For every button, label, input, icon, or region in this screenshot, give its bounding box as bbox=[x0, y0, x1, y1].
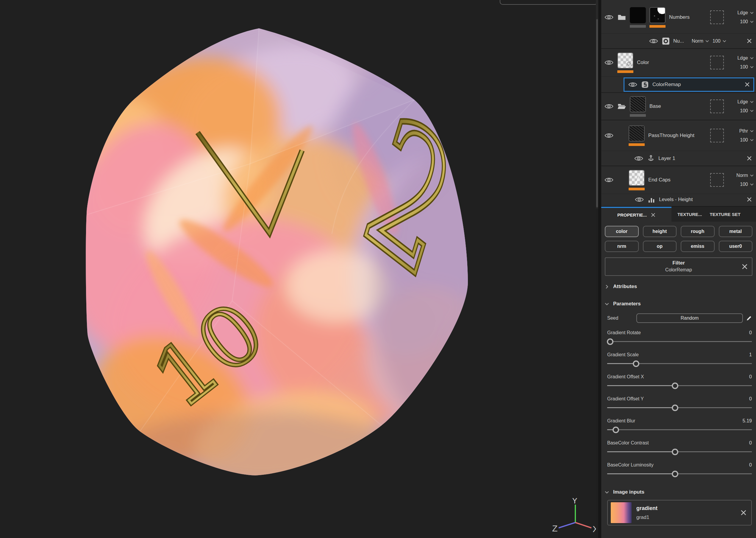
blend-mode-dropdown[interactable]: Norm bbox=[736, 173, 754, 178]
levels-sub-row[interactable]: Levels - Height bbox=[601, 193, 756, 205]
layer-row-numbers[interactable]: Numbers Ldge 100 bbox=[601, 0, 756, 33]
slider-knob[interactable] bbox=[672, 449, 678, 455]
layer-thumbnail[interactable] bbox=[629, 126, 645, 141]
mask-sub-row[interactable]: Nu... Norm 100 bbox=[601, 33, 756, 48]
chevron-down-icon bbox=[723, 40, 726, 42]
layer-thumbnail[interactable] bbox=[617, 52, 634, 69]
visibility-icon[interactable] bbox=[634, 155, 643, 162]
layer-row-color[interactable]: Color Ldge 100 bbox=[601, 48, 756, 76]
channel-height-button[interactable]: height bbox=[643, 226, 677, 237]
channel-nrm-button[interactable]: nrm bbox=[605, 241, 639, 252]
close-icon[interactable] bbox=[740, 510, 746, 516]
mask-name[interactable]: Nu... bbox=[673, 38, 684, 44]
slider-knob[interactable] bbox=[672, 383, 678, 389]
filter-name[interactable]: ColorRemap bbox=[652, 81, 681, 87]
close-icon[interactable] bbox=[745, 82, 750, 87]
layers-scrollbar[interactable] bbox=[596, 0, 598, 208]
edit-pencil-icon[interactable] bbox=[746, 315, 752, 321]
channel-rough-button[interactable]: rough bbox=[681, 226, 715, 237]
seed-random-button[interactable]: Random bbox=[637, 313, 743, 323]
effect-name[interactable]: Levels - Height bbox=[659, 196, 692, 202]
visibility-icon[interactable] bbox=[649, 38, 658, 44]
blend-mode-dropdown[interactable]: Ldge bbox=[737, 55, 754, 61]
opacity-dropdown[interactable]: 100 bbox=[740, 182, 754, 187]
blend-mode-dropdown[interactable]: Norm bbox=[692, 38, 709, 44]
visibility-icon[interactable] bbox=[635, 196, 644, 203]
layer-thumbnail[interactable] bbox=[630, 96, 646, 112]
scrollbar-thumb[interactable] bbox=[596, 19, 598, 207]
opacity-dropdown[interactable]: 100 bbox=[740, 64, 754, 70]
close-icon[interactable] bbox=[747, 197, 752, 202]
gradient-scale-param: Gradient Scale1 bbox=[607, 352, 752, 367]
gradient-blur-slider[interactable] bbox=[607, 427, 752, 433]
layer-thumbnail[interactable] bbox=[630, 7, 646, 23]
close-icon[interactable] bbox=[742, 264, 748, 270]
layer-row-passthrough-height[interactable]: PassThrough Height Pthr 100 bbox=[601, 120, 756, 151]
opacity-dropdown[interactable]: 100 bbox=[740, 19, 754, 25]
opacity-dropdown[interactable]: 100 bbox=[713, 38, 726, 44]
blend-mode-dropdown[interactable]: Ldge bbox=[737, 10, 754, 16]
basecolor-contrast-param: BaseColor Contrast0 bbox=[607, 440, 752, 455]
mask-placeholder[interactable] bbox=[710, 173, 724, 187]
gradient-thumbnail[interactable] bbox=[611, 502, 632, 523]
layer-row-base[interactable]: Base Ldge 100 bbox=[601, 92, 756, 120]
anchor-sub-row[interactable]: Layer 1 bbox=[601, 151, 756, 166]
anchor-name[interactable]: Layer 1 bbox=[658, 155, 675, 161]
tab-texture[interactable]: TEXTURE... bbox=[678, 212, 702, 217]
panel-splitter[interactable] bbox=[598, 0, 601, 538]
opacity-dropdown[interactable]: 100 bbox=[740, 137, 754, 143]
mask-placeholder[interactable] bbox=[710, 56, 724, 70]
channel-user0-button[interactable]: user0 bbox=[719, 241, 753, 252]
mask-thumbnail[interactable] bbox=[649, 7, 666, 23]
basecolor-contrast-slider[interactable] bbox=[607, 449, 752, 455]
gradient-offset-y-slider[interactable] bbox=[607, 404, 752, 411]
close-icon[interactable] bbox=[747, 38, 752, 43]
layer-name[interactable]: Numbers bbox=[669, 14, 689, 20]
channel-op-button[interactable]: op bbox=[643, 241, 677, 252]
mask-placeholder[interactable] bbox=[710, 99, 724, 113]
blend-mode-dropdown[interactable]: Ldge bbox=[737, 99, 754, 105]
channel-metal-button[interactable]: metal bbox=[719, 226, 753, 237]
tab-texture-set[interactable]: TEXTURE SET bbox=[710, 212, 740, 217]
layer-name[interactable]: Color bbox=[637, 60, 649, 66]
close-icon[interactable] bbox=[651, 213, 655, 217]
slider-knob[interactable] bbox=[672, 404, 678, 411]
mask-placeholder[interactable] bbox=[710, 129, 724, 142]
close-icon[interactable] bbox=[747, 156, 752, 161]
layer-name[interactable]: End Caps bbox=[648, 177, 671, 183]
slider-knob[interactable] bbox=[613, 427, 619, 433]
visibility-icon[interactable] bbox=[604, 177, 614, 183]
axis-x-label: X bbox=[592, 524, 596, 534]
mask-placeholder[interactable] bbox=[710, 10, 724, 24]
seed-row: Seed Random bbox=[607, 313, 752, 323]
slider-knob[interactable] bbox=[672, 471, 678, 477]
gradient-rotate-slider[interactable] bbox=[607, 339, 752, 345]
visibility-icon[interactable] bbox=[604, 14, 614, 21]
visibility-icon[interactable] bbox=[604, 59, 614, 66]
layer-name[interactable]: PassThrough Height bbox=[648, 133, 694, 138]
tab-properties[interactable]: PROPERTIE... bbox=[601, 207, 672, 222]
visibility-icon[interactable] bbox=[628, 81, 638, 88]
chevron-down-icon bbox=[605, 491, 609, 494]
layer-row-endcaps[interactable]: End Caps Norm 100 bbox=[601, 166, 756, 193]
slider-knob[interactable] bbox=[633, 360, 639, 367]
parameters-section-header[interactable]: Parameters bbox=[602, 301, 755, 307]
image-input-gradient[interactable]: gradient grad1 bbox=[607, 500, 752, 525]
attributes-section-header[interactable]: Attributes bbox=[602, 284, 755, 290]
layer-thumbnail[interactable] bbox=[629, 170, 645, 186]
blend-mode-dropdown[interactable]: Pthr bbox=[739, 129, 754, 134]
viewport-3d[interactable]: 2 2 10 10 Y Z X bbox=[0, 0, 596, 538]
basecolor-luminosity-slider[interactable] bbox=[607, 471, 752, 477]
visibility-icon[interactable] bbox=[604, 103, 614, 110]
slider-knob[interactable] bbox=[607, 339, 613, 345]
channel-color-button[interactable]: color bbox=[605, 226, 639, 237]
gradient-offset-x-slider[interactable] bbox=[607, 383, 752, 389]
opacity-dropdown[interactable]: 100 bbox=[740, 108, 754, 114]
filter-sub-row[interactable]: ColorRemap bbox=[601, 76, 756, 92]
gradient-scale-slider[interactable] bbox=[607, 360, 752, 367]
channel-emiss-button[interactable]: emiss bbox=[681, 241, 715, 252]
visibility-icon[interactable] bbox=[604, 132, 614, 139]
filter-colorremap-selected[interactable]: ColorRemap bbox=[624, 78, 754, 92]
layer-name[interactable]: Base bbox=[649, 103, 661, 109]
image-inputs-section-header[interactable]: Image inputs bbox=[602, 489, 755, 495]
